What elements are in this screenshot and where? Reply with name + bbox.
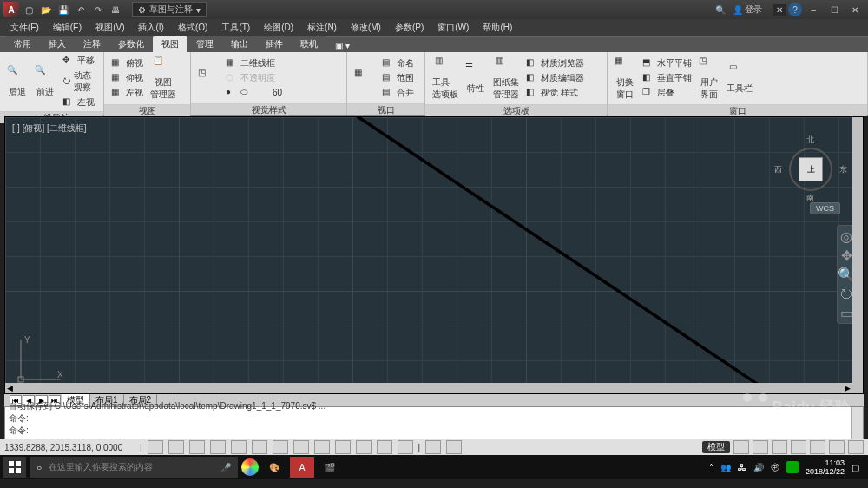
vs-wireframe[interactable]: ▦二维线框 <box>224 56 284 70</box>
tray-app-icon[interactable] <box>786 461 799 473</box>
vp-named[interactable]: ▤命名 <box>380 56 416 70</box>
login-label[interactable]: 登录 <box>745 3 762 16</box>
tab-view[interactable]: 视图 <box>153 36 187 52</box>
menu-tool[interactable]: 工具(T) <box>214 20 257 36</box>
tray-people-icon[interactable]: 👥 <box>720 463 731 472</box>
menu-modify[interactable]: 修改(M) <box>344 20 388 36</box>
vs-manager[interactable]: ◧视觉 样式 <box>524 86 586 100</box>
bottom-view[interactable]: ▦仰视 <box>109 71 145 85</box>
taskbar-app-2[interactable]: 🎨 <box>262 457 286 478</box>
taskbar-search[interactable]: ○ 在这里输入你要搜索的内容 🎤 <box>30 457 238 478</box>
left-view-btn[interactable]: ◧左视 <box>61 96 98 109</box>
status-grid[interactable] <box>168 440 184 454</box>
status-ortho[interactable] <box>189 440 205 454</box>
scroll-bottom[interactable]: ◀ ▶ <box>5 383 863 393</box>
status-tpy[interactable] <box>356 440 372 454</box>
status-annovis[interactable] <box>753 440 768 454</box>
status-ws-switch[interactable] <box>772 440 787 454</box>
qat-undo[interactable]: ↶ <box>73 2 89 17</box>
cmd-scrollbar[interactable] <box>851 407 863 439</box>
scroll-right[interactable] <box>852 117 863 383</box>
minimize-button[interactable]: – <box>804 2 823 17</box>
status-ducs[interactable] <box>293 440 309 454</box>
tab-annotate[interactable]: 注释 <box>75 36 109 52</box>
drawing-viewport[interactable]: [-] [俯视] [二维线框] Y X 上 北 南 东 西 WCS ◎ ✥ 🔍 … <box>4 116 864 394</box>
taskbar-app-3[interactable]: A <box>290 457 314 478</box>
cmd-prompt[interactable]: 命令: <box>9 425 849 437</box>
zoom-back[interactable]: 🔍后退 <box>5 63 30 100</box>
material-browser[interactable]: ◧材质浏览器 <box>524 56 586 70</box>
menu-dim[interactable]: 标注(N) <box>300 20 344 36</box>
status-annoscale[interactable] <box>733 440 749 454</box>
qat-print[interactable]: 🖶 <box>108 2 123 17</box>
user-icon[interactable]: 👤 <box>733 5 743 15</box>
tab-output[interactable]: 输出 <box>222 36 257 52</box>
menu-format[interactable]: 格式(O) <box>171 20 214 36</box>
view-manager[interactable]: 📋视图管理器 <box>148 54 178 102</box>
menu-param[interactable]: 参数(P) <box>388 20 431 36</box>
tray-volume-icon[interactable]: 🔊 <box>753 463 764 472</box>
tab-home[interactable]: 常用 <box>5 36 40 52</box>
orbit-btn[interactable]: ⭮动态观察 <box>61 69 98 95</box>
left-view[interactable]: ▦左视 <box>109 86 145 100</box>
qat-open[interactable]: 📂 <box>38 2 54 17</box>
material-editor[interactable]: ◧材质编辑器 <box>524 71 586 85</box>
tray-ime-icon[interactable]: ㊥ <box>771 461 779 473</box>
menu-draw[interactable]: 绘图(D) <box>257 20 300 36</box>
top-view[interactable]: ▦俯视 <box>109 56 145 70</box>
tab-online[interactable]: 联机 <box>292 36 326 52</box>
menu-view[interactable]: 视图(V) <box>89 20 131 36</box>
tray-up-icon[interactable]: ˄ <box>709 463 713 472</box>
menu-file[interactable]: 文件(F) <box>3 20 46 36</box>
status-qp[interactable] <box>377 440 392 454</box>
status-clean[interactable] <box>848 440 864 454</box>
cascade[interactable]: ❐层叠 <box>641 86 694 100</box>
tile-horiz[interactable]: ⬒水平平铺 <box>641 56 694 70</box>
status-dyn[interactable] <box>314 440 330 454</box>
workspace-selector[interactable]: ⚙ 草图与注释 ▾ <box>132 2 207 17</box>
pan-btn[interactable]: ✥平移 <box>61 54 98 68</box>
vs-row3[interactable]: ●⬭60 <box>224 86 284 100</box>
tab-insert[interactable]: 插入 <box>40 36 75 52</box>
status-coords[interactable]: 1339.8288, 2015.3118, 0.0000 <box>4 443 135 452</box>
status-snap[interactable] <box>148 440 163 454</box>
view-cube[interactable]: 上 北 南 东 西 <box>785 143 837 195</box>
mic-icon[interactable]: 🎤 <box>220 463 231 472</box>
status-model-space[interactable]: 模型 <box>702 441 730 453</box>
search-field[interactable]: 🔍 <box>715 5 726 15</box>
start-button[interactable] <box>3 457 26 478</box>
visual-style-gallery[interactable]: ◳ <box>196 66 220 90</box>
menu-help[interactable]: 帮助(H) <box>476 20 519 36</box>
toolbars[interactable]: ▭工具栏 <box>725 60 754 96</box>
tab-manage[interactable]: 管理 <box>187 36 222 52</box>
switch-window[interactable]: ▦切换 窗口 <box>613 54 637 102</box>
status-osnap[interactable] <box>231 440 247 454</box>
viewport-controls[interactable]: [-] [俯视] [二维线框] <box>12 122 87 135</box>
exchange-icon[interactable]: ✕ <box>773 4 786 16</box>
taskbar-app-1[interactable] <box>241 458 259 476</box>
wcs-badge[interactable]: WCS <box>810 202 840 214</box>
scroll-right-arrow[interactable]: ▶ <box>845 384 851 392</box>
status-sc[interactable] <box>398 440 413 454</box>
nav-orbit-icon[interactable]: ⭮ <box>839 287 853 300</box>
status-misc[interactable] <box>446 440 462 454</box>
nav-pan-icon[interactable]: ✥ <box>839 248 853 262</box>
tool-palette[interactable]: ▥工具 选项板 <box>431 54 460 102</box>
qat-save[interactable]: 💾 <box>56 2 71 17</box>
tab-param[interactable]: 参数化 <box>109 36 153 52</box>
app-logo[interactable]: A <box>3 2 19 17</box>
status-model[interactable] <box>425 440 441 454</box>
status-lock[interactable] <box>791 440 806 454</box>
viewport-config[interactable]: ▦ <box>352 66 377 90</box>
status-hw[interactable] <box>810 440 825 454</box>
tray-network-icon[interactable]: 🖧 <box>738 463 746 472</box>
vp-join[interactable]: ▤合并 <box>380 86 416 100</box>
sheetset-manager[interactable]: ▥图纸集 管理器 <box>491 54 521 102</box>
qat-redo[interactable]: ↷ <box>90 2 106 17</box>
menu-window[interactable]: 窗口(W) <box>431 20 476 36</box>
taskbar-app-4[interactable]: 🎬 <box>318 457 342 478</box>
menu-edit[interactable]: 编辑(E) <box>46 20 89 36</box>
help-button[interactable]: ? <box>788 3 802 16</box>
close-button[interactable]: ✕ <box>845 2 865 17</box>
status-otrack[interactable] <box>273 440 288 454</box>
